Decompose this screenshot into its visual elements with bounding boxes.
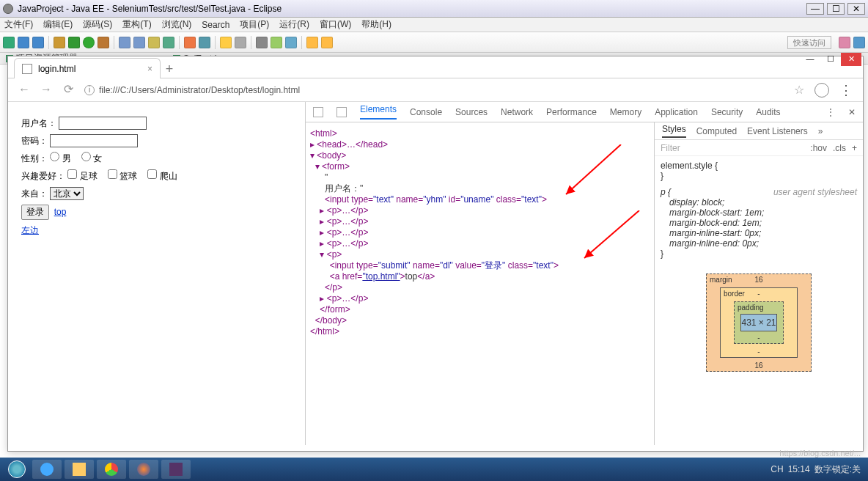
browser-maximize-button[interactable]: ☐ [820,53,841,66]
browser-close-button[interactable]: ✕ [841,53,861,66]
system-tray[interactable]: CH 15:14 数字锁定:关 [770,463,865,476]
menu-run[interactable]: 运行(R) [279,18,309,31]
bookmark-icon[interactable]: ☆ [794,83,804,97]
tab-network[interactable]: Network [501,107,533,117]
open-task-icon[interactable] [133,37,145,48]
eventlisteners-tab[interactable]: Event Listeners [747,126,808,136]
taskbar-ie[interactable] [32,460,62,479]
gender-female-radio[interactable] [81,152,91,161]
tab-elements[interactable]: Elements [360,104,397,120]
hobby-climbing-checkbox[interactable] [147,169,157,179]
annotation-arrow-1 [562,144,628,203]
filter-input[interactable]: Filter [661,143,680,153]
search-icon[interactable] [235,37,246,48]
eclipse-icon [3,4,13,14]
taskbar-chrome[interactable] [97,460,126,479]
chrome-menu-icon[interactable]: ⋮ [839,82,853,98]
hov-toggle[interactable]: :hov [810,143,827,153]
rendered-page: 用户名： 密码： 性别： 男 女 兴趣爱好： 足球 篮球 爬山 来自： 北京 [8,102,305,445]
forward-icon[interactable]: → [40,84,52,96]
tab-console[interactable]: Console [410,107,442,117]
new-tab-button[interactable]: + [161,60,178,78]
from-select[interactable]: 北京 [50,187,84,200]
save-icon[interactable] [18,37,29,48]
hobby-basketball-checkbox[interactable] [108,169,117,179]
menu-navigate[interactable]: 浏览(N) [162,18,192,31]
url-input[interactable]: i file:///C:/Users/Administrator/Desktop… [84,85,784,95]
menu-project[interactable]: 项目(P) [240,18,269,31]
submit-button[interactable] [21,205,49,220]
taskbar-eclipse[interactable] [161,460,191,479]
back-icon[interactable]: ← [18,84,30,96]
tab-application[interactable]: Application [655,107,698,117]
build-icon[interactable] [54,37,65,48]
browser-tab-login[interactable]: login.html × [14,58,161,78]
eclipse-titlebar: JavaProject - Java EE - SeleniumTest/src… [0,0,868,18]
saveall-icon[interactable] [32,37,44,48]
menu-help[interactable]: 帮助(H) [361,18,391,31]
minimize-button[interactable]: — [806,3,824,15]
devtools-panel: Elements Console Sources Network Perform… [305,102,863,445]
open-type-icon[interactable] [119,37,130,48]
svg-line-0 [566,144,621,194]
device-icon[interactable] [336,107,347,117]
toggle-icon[interactable] [256,37,268,48]
tab-sources[interactable]: Sources [455,107,488,117]
styles-tab[interactable]: Styles [662,124,686,138]
eclipse-menubar: 文件(F) 编辑(E) 源码(S) 重构(T) 浏览(N) Search 项目(… [0,18,868,32]
ime-indicator[interactable]: CH [770,464,783,474]
more-tabs-icon[interactable]: » [818,126,823,136]
forward-icon[interactable] [321,37,333,48]
tab-security[interactable]: Security [711,107,743,117]
tab-performance[interactable]: Performance [546,107,597,117]
globe-icon[interactable] [271,37,282,48]
debug-icon[interactable] [68,37,80,48]
menu-search[interactable]: Search [202,20,229,30]
close-button[interactable]: ✕ [847,3,865,15]
back-icon[interactable] [306,37,318,48]
runext-icon[interactable] [98,37,109,48]
taskbar-explorer[interactable] [65,460,94,479]
start-button[interactable] [3,459,31,480]
add-rule-icon[interactable]: + [852,143,857,153]
profile-icon[interactable] [814,83,829,98]
css-rules: element.style { } p {user agent styleshe… [655,156,863,376]
gender-male-radio[interactable] [50,152,59,161]
menu-refactor[interactable]: 重构(T) [122,18,151,31]
run-icon[interactable] [83,37,95,48]
reload-icon[interactable]: ⟳ [62,84,74,96]
top-link[interactable]: top [54,207,67,217]
cls-toggle[interactable]: .cls [833,143,846,153]
browser-minimize-button[interactable]: — [800,53,820,66]
server-icon[interactable] [199,37,210,48]
left-link[interactable]: 左边 [21,225,39,235]
package-icon[interactable] [148,37,160,48]
inspect-icon[interactable] [313,107,323,117]
quick-access-input[interactable]: 快速访问 [787,36,831,49]
computed-tab[interactable]: Computed [696,126,737,136]
star-icon[interactable] [220,37,232,48]
hobby-football-checkbox[interactable] [67,169,77,179]
menu-window[interactable]: 窗口(W) [320,18,351,31]
username-input[interactable] [59,117,147,130]
dom-tree[interactable]: <html> ▸ <head>…</head> ▾ <body> ▾ <form… [306,122,654,445]
info-icon[interactable]: i [84,85,95,95]
devtools-close-icon[interactable]: ✕ [848,107,856,117]
taskbar-firefox[interactable] [129,460,158,479]
refresh-icon[interactable] [285,37,297,48]
perspective-jee-icon[interactable] [839,37,850,48]
new-icon[interactable] [3,37,15,48]
tab-audits[interactable]: Audits [756,107,780,117]
menu-edit[interactable]: 编辑(E) [43,18,73,31]
class-icon[interactable] [163,37,174,48]
devtools-menu-icon[interactable]: ⋮ [826,107,835,117]
tab-close-icon[interactable]: × [147,64,152,74]
stop-icon[interactable] [184,37,196,48]
menu-file[interactable]: 文件(F) [4,18,33,31]
eclipse-title-text: JavaProject - Java EE - SeleniumTest/src… [18,4,282,14]
tab-memory[interactable]: Memory [610,107,641,117]
maximize-button[interactable]: ☐ [827,3,845,15]
perspective-java-icon[interactable] [853,37,865,48]
password-input[interactable] [50,134,138,147]
menu-source[interactable]: 源码(S) [83,18,112,31]
